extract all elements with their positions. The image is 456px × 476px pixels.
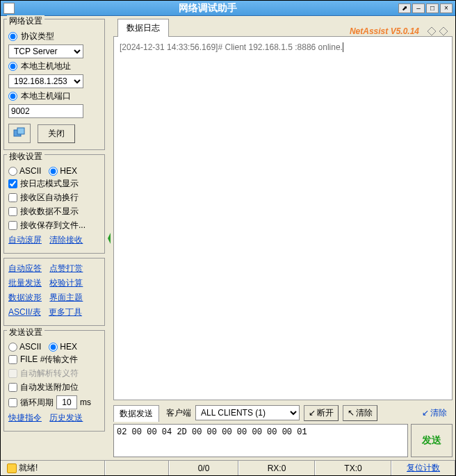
svg-marker-3: [427, 27, 436, 35]
hide-data-label: 接收数据不显示: [20, 206, 79, 218]
cycle-label: 循环周期: [20, 397, 54, 409]
send-hex-label: HEX: [60, 342, 77, 352]
status-count: 0/0: [169, 461, 238, 475]
close-window-button[interactable]: ×: [440, 3, 453, 13]
disconnect-button[interactable]: ↙断开: [304, 405, 339, 421]
left-panel: 网络设置 协议类型 TCP Server 本地主机地址 192.168.1.25…: [3, 19, 105, 457]
tools-section: 自动应答 点赞打赏 批量发送 校验计算 数据波形 界面主题 ASCII/表 更多…: [3, 258, 105, 326]
pin-button[interactable]: ⬈: [398, 3, 411, 13]
diamond-icon-2: [439, 26, 448, 36]
minimize-button[interactable]: –: [412, 3, 425, 13]
recv-hex-label: HEX: [60, 166, 77, 176]
reset-count-link[interactable]: 复位计数: [391, 461, 455, 475]
svg-marker-2: [108, 233, 111, 244]
titlebar: 网络调试助手 ⬈ – □ ×: [1, 1, 455, 16]
quick-cmd-link[interactable]: 快捷指令: [8, 413, 42, 422]
tab-data-log[interactable]: 数据日志: [117, 19, 169, 37]
network-settings-section: 网络设置 协议类型 TCP Server 本地主机地址 192.168.1.25…: [3, 19, 105, 150]
ascii-table-link[interactable]: ASCII/表: [8, 306, 41, 318]
send-section-title: 发送设置: [7, 327, 44, 338]
port-radio[interactable]: [8, 92, 17, 101]
file-transfer-checkbox[interactable]: [8, 355, 17, 364]
recv-section-title: 接收设置: [7, 151, 44, 163]
close-connection-button[interactable]: 关闭: [38, 124, 75, 143]
log-mode-label: 按日志模式显示: [20, 178, 79, 190]
more-tools-link[interactable]: 更多丁具: [49, 306, 82, 318]
history-link[interactable]: 历史发送: [49, 413, 83, 422]
auto-append-label: 自动发送附加位: [20, 381, 79, 393]
theme-link[interactable]: 界面主题: [49, 292, 83, 304]
status-tx: TX:0: [315, 461, 391, 475]
right-panel: 数据日志 NetAssist V5.0.14 [2024-12-31 14:33…: [113, 19, 453, 457]
batch-send-link[interactable]: 批量发送: [8, 277, 42, 289]
auto-wrap-label: 接收区自动换行: [20, 192, 79, 204]
send-hex-radio[interactable]: [49, 343, 58, 352]
app-icon: [3, 3, 15, 14]
cycle-checkbox[interactable]: [8, 398, 17, 407]
protocol-radio[interactable]: [8, 32, 17, 41]
window-title: 网络调试助手: [17, 2, 398, 15]
svg-rect-1: [17, 128, 24, 134]
auto-scroll-link[interactable]: 自动滚屏: [8, 235, 42, 245]
recv-ascii-label: ASCII: [19, 166, 41, 176]
status-spacer: [105, 461, 169, 475]
tab-data-send[interactable]: 数据发送: [113, 405, 159, 422]
client-label: 客户端: [166, 407, 191, 419]
connection-icon-button[interactable]: [8, 124, 31, 143]
auto-reply-link[interactable]: 自动应答: [8, 263, 42, 274]
status-rx: RX:0: [238, 461, 315, 475]
statusbar: 就绪! 0/0 RX:0 TX:0 复位计数: [1, 460, 455, 475]
send-settings-section: 发送设置 ASCII HEX FILE #传输文件 自动解析转义符 自动发送附加…: [3, 330, 105, 432]
recv-hex-radio[interactable]: [49, 167, 58, 176]
host-select[interactable]: 192.168.1.253: [8, 74, 83, 88]
auto-append-checkbox[interactable]: [8, 383, 17, 392]
save-file-label: 接收保存到文件...: [20, 220, 86, 231]
diamond-icon: [427, 26, 437, 36]
clear-recv-link[interactable]: 清除接收: [49, 235, 83, 245]
cycle-unit: ms: [80, 397, 91, 407]
version-label: NetAssist V5.0.14: [350, 26, 419, 36]
log-mode-checkbox[interactable]: [8, 179, 17, 188]
send-input[interactable]: [113, 424, 408, 457]
client-select[interactable]: ALL CLIENTS (1): [195, 405, 300, 420]
maximize-button[interactable]: □: [426, 3, 439, 13]
thumb-icon: [7, 463, 17, 473]
log-textarea[interactable]: [2024-12-31 14:33:56.169]# Client 192.16…: [113, 37, 453, 400]
send-button[interactable]: 发送: [411, 424, 453, 457]
port-input[interactable]: [8, 104, 83, 118]
hide-data-checkbox[interactable]: [8, 207, 17, 216]
auto-wrap-checkbox[interactable]: [8, 193, 17, 202]
host-label: 本地主机地址: [21, 60, 71, 72]
windows-icon: [13, 127, 26, 140]
protocol-label: 协议类型: [21, 31, 54, 42]
like-link[interactable]: 点赞打赏: [49, 263, 83, 274]
status-ready: 就绪!: [1, 461, 105, 475]
svg-marker-4: [439, 27, 448, 35]
collapse-handle[interactable]: [106, 19, 112, 457]
log-tab-bar: 数据日志 NetAssist V5.0.14: [113, 19, 453, 37]
chevron-left-icon: [107, 231, 111, 245]
waveform-link[interactable]: 数据波形: [8, 292, 42, 304]
auto-parse-label: 自动解析转义符: [20, 368, 79, 379]
port-label: 本地主机端口: [21, 90, 71, 102]
send-ascii-label: ASCII: [19, 342, 41, 352]
send-ascii-radio[interactable]: [8, 343, 17, 352]
clear-left-button[interactable]: ↖清除: [343, 405, 377, 421]
clear-right-link[interactable]: ↙清除: [422, 407, 447, 419]
file-transfer-label: FILE #传输文件: [20, 354, 78, 366]
recv-settings-section: 接收设置 ASCII HEX 按日志模式显示 接收区自动换行 接收数据不显示 接…: [3, 154, 105, 254]
auto-parse-checkbox: [8, 369, 17, 378]
network-section-title: 网络设置: [7, 15, 44, 27]
host-radio[interactable]: [8, 62, 17, 71]
checksum-link[interactable]: 校验计算: [49, 277, 83, 289]
protocol-select[interactable]: TCP Server: [8, 44, 83, 58]
recv-ascii-radio[interactable]: [8, 167, 17, 176]
cycle-input[interactable]: [56, 395, 77, 409]
save-file-checkbox[interactable]: [8, 221, 17, 230]
